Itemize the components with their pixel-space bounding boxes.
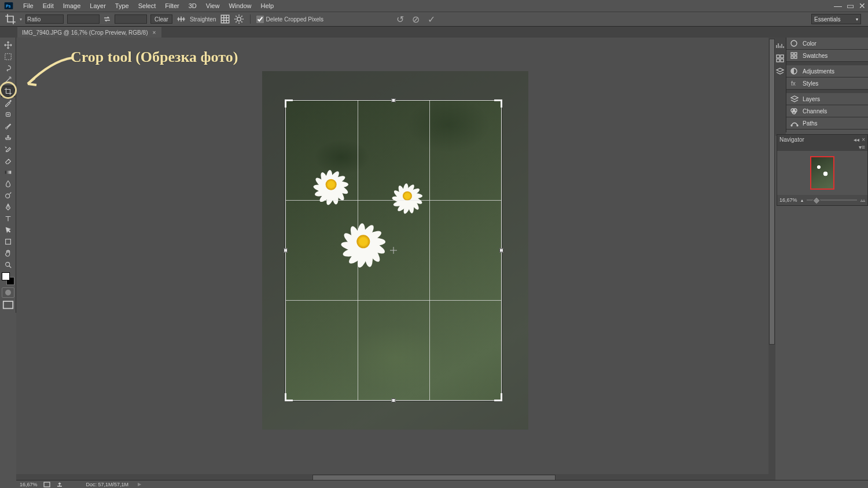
panel-close-icon[interactable]: × — [862, 136, 865, 143]
svg-rect-13 — [777, 59, 779, 62]
panel-collapse-icon[interactable]: ◂◂ — [854, 136, 859, 143]
quick-mask-toggle[interactable] — [2, 287, 14, 298]
swatches-panel-tab[interactable]: Swatches — [786, 50, 868, 62]
clear-button[interactable]: Clear — [150, 14, 172, 24]
lasso-tool[interactable] — [2, 63, 14, 73]
svg-rect-8 — [5, 239, 10, 245]
maximize-icon[interactable]: ▭ — [847, 1, 854, 10]
menu-layer[interactable]: Layer — [85, 2, 111, 9]
svg-rect-6 — [5, 171, 11, 173]
delete-cropped-checkbox[interactable]: Delete Cropped Pixels — [256, 16, 324, 23]
menu-filter[interactable]: Filter — [160, 2, 183, 9]
path-selection-tool[interactable] — [2, 225, 14, 235]
crop-handle-edge[interactable] — [392, 398, 396, 402]
menu-window[interactable]: Window — [224, 2, 256, 9]
reset-crop-icon[interactable]: ↺ — [396, 14, 404, 25]
crop-width-input[interactable] — [67, 14, 100, 24]
status-doc-size[interactable]: Doc: 57,1M/57,1M — [86, 482, 129, 487]
clone-stamp-tool[interactable] — [2, 132, 14, 143]
histogram-panel-icon[interactable] — [775, 41, 785, 50]
menu-3d[interactable]: 3D — [184, 2, 201, 9]
layers-panel-icon[interactable] — [775, 66, 785, 76]
pen-tool[interactable] — [2, 202, 14, 212]
marquee-tool[interactable] — [2, 51, 14, 62]
brush-tool[interactable] — [2, 121, 14, 131]
close-icon[interactable]: ✕ — [859, 1, 866, 10]
gradient-tool[interactable] — [2, 167, 14, 178]
commit-crop-icon[interactable]: ✓ — [428, 14, 435, 25]
svg-point-3 — [237, 17, 241, 21]
navigator-zoom-value[interactable]: 16,67% — [779, 197, 797, 203]
crop-tool-icon[interactable] — [5, 14, 16, 24]
crop-handle-edge[interactable] — [284, 249, 288, 253]
hand-tool[interactable] — [2, 248, 14, 258]
menu-select[interactable]: Select — [134, 2, 161, 9]
scrollbar-thumb[interactable] — [769, 39, 775, 345]
shape-tool[interactable] — [2, 236, 14, 247]
history-brush-tool[interactable] — [2, 144, 14, 154]
adjustments-panel-tab[interactable]: Adjustments — [786, 65, 868, 77]
move-tool[interactable] — [2, 40, 14, 50]
status-export-icon[interactable] — [56, 482, 63, 487]
eyedropper-tool[interactable] — [2, 98, 14, 108]
close-tab-icon[interactable]: × — [152, 29, 156, 36]
menu-help[interactable]: Help — [256, 2, 279, 9]
overlay-grid-icon[interactable] — [220, 14, 230, 24]
zoom-tool[interactable] — [2, 260, 14, 270]
screen-mode-icon[interactable] — [2, 300, 14, 310]
crop-handle-corner[interactable] — [285, 99, 293, 108]
swatches-panel-icon[interactable] — [775, 54, 785, 63]
styles-panel-tab[interactable]: fxStyles — [786, 77, 868, 90]
type-tool[interactable] — [2, 213, 14, 224]
document-tab[interactable]: IMG_7940.JPG @ 16,7% (Crop Preview, RGB/… — [17, 27, 161, 38]
paths-panel-tab[interactable]: Paths — [786, 117, 868, 130]
navigator-panel[interactable]: Navigator ◂◂× ▾≡ 16,67% ▴ ▵▵ — [777, 134, 868, 206]
zoom-in-icon[interactable]: ▵▵ — [860, 198, 865, 203]
status-expand-icon[interactable] — [43, 482, 50, 487]
panel-menu-icon[interactable]: ▾≡ — [859, 144, 865, 151]
workspace-switcher[interactable]: Essentials▾ — [811, 14, 861, 24]
status-menu-icon[interactable]: ▶ — [138, 482, 141, 487]
minimize-icon[interactable]: — — [834, 1, 842, 10]
menu-type[interactable]: Type — [111, 2, 134, 9]
dodge-tool[interactable] — [2, 190, 14, 201]
menu-file[interactable]: File — [19, 2, 38, 9]
menu-view[interactable]: View — [201, 2, 225, 9]
cancel-crop-icon[interactable]: ⊘ — [412, 14, 420, 25]
zoom-slider[interactable] — [807, 199, 857, 201]
menu-image[interactable]: Image — [58, 2, 86, 9]
swap-dimensions-icon[interactable] — [103, 15, 111, 23]
crop-handle-edge[interactable] — [392, 98, 396, 102]
healing-brush-tool[interactable] — [2, 109, 14, 120]
svg-rect-14 — [781, 59, 784, 62]
straighten-label: Straighten — [190, 16, 216, 23]
status-zoom[interactable]: 16,67% — [20, 482, 38, 487]
channels-panel-tab[interactable]: Channels — [786, 105, 868, 117]
vertical-scrollbar[interactable] — [768, 38, 775, 474]
crop-handle-edge[interactable] — [499, 249, 503, 253]
eraser-tool[interactable] — [2, 156, 14, 166]
chevron-down-icon[interactable]: ▾ — [20, 17, 22, 22]
canvas-area[interactable] — [16, 38, 775, 474]
crop-marquee[interactable] — [285, 100, 502, 401]
layers-panel-tab[interactable]: Layers — [786, 93, 868, 105]
navigator-header[interactable]: Navigator ◂◂× — [777, 135, 867, 144]
blur-tool[interactable] — [2, 179, 14, 189]
app-logo: Ps — [2, 1, 15, 11]
color-swatches[interactable] — [2, 272, 14, 285]
crop-handle-corner[interactable] — [494, 99, 502, 108]
navigator-thumbnail[interactable] — [810, 156, 834, 190]
crop-preset-select[interactable]: Ratio — [25, 14, 64, 24]
menu-edit[interactable]: Edit — [38, 2, 58, 9]
zoom-out-icon[interactable]: ▴ — [801, 198, 803, 203]
color-panel-tab[interactable]: Color — [786, 38, 868, 50]
svg-point-7 — [5, 194, 9, 198]
crop-height-input[interactable] — [115, 14, 147, 24]
straighten-icon[interactable] — [176, 14, 186, 24]
crop-handle-corner[interactable] — [285, 393, 293, 401]
document-canvas[interactable] — [262, 71, 528, 430]
crop-handle-corner[interactable] — [494, 393, 502, 401]
adjustments-icon — [790, 67, 799, 75]
crop-settings-icon[interactable] — [234, 14, 244, 24]
navigator-thumbnail-area[interactable] — [777, 151, 867, 195]
